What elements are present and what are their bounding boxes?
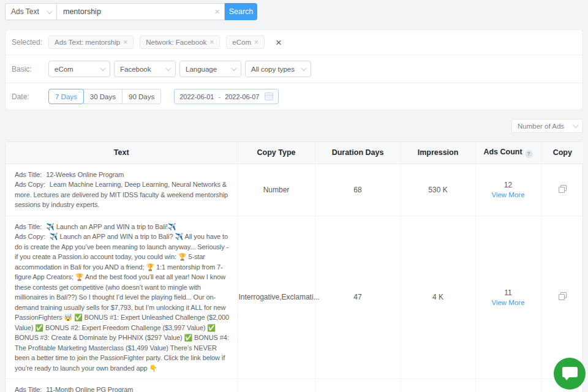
ads-title: 12-Weeks Online Program (46, 171, 124, 178)
table-row: Ads Title:12-Weeks Online Program Ads Co… (6, 164, 584, 216)
filter-tag: eCom × (226, 36, 265, 49)
basic-dropdown-language[interactable]: Language (179, 61, 241, 77)
view-more-link[interactable]: View More (477, 299, 540, 306)
ads-count-value: 12 (477, 181, 540, 189)
col-header-impression: Impression (401, 142, 475, 164)
sort-dropdown[interactable]: Number of Ads (511, 119, 583, 133)
cell-duration-days: 68 (315, 164, 401, 216)
chevron-down-icon (573, 122, 579, 128)
chevron-down-icon (47, 8, 53, 14)
date-range-input[interactable]: 2022-06-01 - 2022-06-07 (174, 89, 279, 104)
search-field-select[interactable]: Ads Text (5, 3, 56, 20)
ads-title-label: Ads Title: (15, 171, 42, 178)
info-icon[interactable]: ? (525, 150, 533, 158)
chevron-down-icon (165, 65, 172, 71)
cell-copy-type: Interrogative,Exclamati... (238, 216, 315, 379)
ads-title-label: Ads Title: (15, 223, 42, 230)
ads-copy-label: Ads Copy: (15, 181, 45, 188)
search-button[interactable]: Search (225, 3, 257, 20)
basic-dropdown-copy-types[interactable]: All copy types (245, 61, 311, 77)
tag-remove-icon[interactable]: × (123, 39, 127, 46)
chat-bubble-icon (562, 367, 578, 377)
date-label: Date: (12, 92, 48, 101)
calendar-icon (265, 92, 273, 100)
cell-ad-text: Ads Title:12-Weeks Online Program Ads Co… (6, 164, 238, 216)
dropdown-value: Facebook (120, 66, 151, 73)
ads-title: ✈️ Launch an APP and WIN a trip to Bali!… (46, 223, 176, 230)
cell-copy (541, 216, 584, 379)
date-end-value: 2022-06-07 (225, 93, 259, 100)
cell-ads-count: 11 View More (475, 216, 541, 379)
cell-duration-days: 47 (315, 216, 401, 379)
ads-title: 11-Month Online PG Program (46, 386, 133, 392)
sort-value: Number of Ads (518, 123, 564, 130)
col-header-copy: Copy (541, 142, 584, 164)
filter-tag-label: eCom (232, 39, 251, 46)
search-input[interactable] (56, 3, 225, 20)
dropdown-value: All copy types (251, 66, 295, 73)
clear-all-filters-icon[interactable]: × (276, 37, 282, 48)
cell-impression: 4 K (401, 216, 475, 379)
filter-tag-label: Network: Facebook (146, 39, 206, 46)
date-preset-7-days[interactable]: 7 Days (48, 89, 84, 104)
cell-copy-type: Number (238, 164, 315, 216)
search-field-value: Ads Text (11, 7, 39, 16)
selected-filters-row: Selected: Ads Text: mentorship × Network… (6, 30, 582, 55)
ads-copy: Learn Machine Learning, Deep Learning, N… (15, 181, 228, 208)
filter-tag: Network: Facebook × (140, 36, 220, 49)
selected-label: Selected: (12, 38, 48, 47)
ads-copy: ✈️ Launch an APP and WIN a trip to Bali?… (15, 233, 229, 372)
col-header-duration-days: Duration Days (315, 142, 401, 164)
tag-remove-icon[interactable]: × (254, 39, 258, 46)
copy-icon (559, 185, 567, 193)
basic-label: Basic: (12, 65, 48, 74)
ads-count-value: 11 (477, 288, 540, 297)
chevron-down-icon (231, 65, 237, 71)
date-preset-group: 7 Days 30 Days 90 Days (48, 89, 161, 104)
date-preset-30-days[interactable]: 30 Days (83, 89, 123, 104)
basic-dropdown-industry[interactable]: eCom (48, 61, 110, 77)
filter-panel: Selected: Ads Text: mentorship × Network… (5, 29, 583, 110)
table-row: Ads Title:✈️ Launch an APP and WIN a tri… (6, 216, 584, 379)
cell-impression: 211 K (401, 379, 475, 392)
date-start-value: 2022-06-01 (179, 93, 214, 100)
date-filters-row: Date: 7 Days 30 Days 90 Days 2022-06-01 … (6, 83, 582, 110)
cell-copy (541, 164, 584, 216)
filter-tag-label: Ads Text: mentorship (55, 39, 120, 46)
dropdown-value: eCom (55, 66, 74, 73)
date-preset-90-days[interactable]: 90 Days (122, 89, 161, 104)
search-clear-icon[interactable]: × (214, 7, 220, 16)
date-separator: - (218, 93, 221, 100)
cell-copy-type: Number (238, 379, 315, 392)
ads-count-header-label: Ads Count (483, 148, 522, 156)
col-header-copy-type: Copy Type (238, 142, 315, 164)
copy-icon (559, 292, 567, 300)
chevron-down-icon (100, 65, 106, 71)
ads-title-label: Ads Title: (15, 386, 42, 392)
cell-ad-text: Ads Title:✈️ Launch an APP and WIN a tri… (6, 216, 238, 379)
copy-button[interactable] (557, 183, 568, 197)
dropdown-value: Language (186, 66, 217, 73)
basic-dropdown-network[interactable]: Facebook (114, 61, 176, 77)
tag-remove-icon[interactable]: × (209, 39, 214, 46)
ads-copy-label: Ads Copy: (15, 233, 45, 240)
cell-ads-count: 12 View More (475, 164, 541, 216)
col-header-text: Text (6, 142, 238, 164)
chat-button[interactable] (554, 358, 586, 390)
copy-button[interactable] (557, 290, 568, 304)
col-header-ads-count: Ads Count? (475, 142, 541, 164)
table-row: Ads Title:11-Month Online PG Program Ads… (6, 379, 584, 392)
chevron-down-icon (301, 65, 307, 71)
cell-ad-text: Ads Title:11-Month Online PG Program Ads… (6, 379, 238, 392)
basic-filters-row: Basic: eCom Facebook Language All copy t… (6, 55, 582, 83)
filter-tag: Ads Text: mentorship × (48, 36, 134, 49)
view-more-link[interactable]: View More (477, 191, 540, 198)
cell-ads-count: 9 View More (475, 379, 541, 392)
ads-table: Text Copy Type Duration Days Impression … (5, 141, 583, 392)
table-header-row: Text Copy Type Duration Days Impression … (6, 142, 584, 164)
search-bar: Ads Text × Search (5, 3, 257, 20)
cell-duration-days: 60 (315, 379, 401, 392)
cell-impression: 530 K (401, 164, 475, 216)
